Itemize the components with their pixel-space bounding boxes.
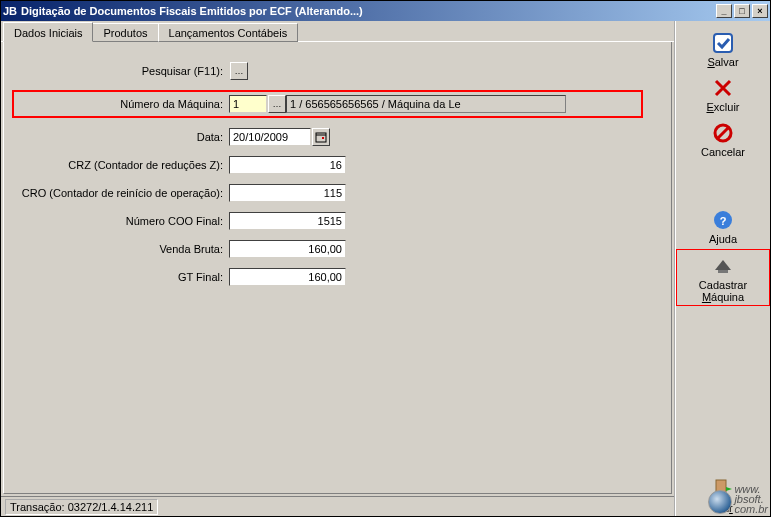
titlebar: JB Digitação de Documentos Fiscais Emiti… <box>1 1 770 21</box>
calendar-icon <box>315 131 327 143</box>
ajuda-button[interactable]: ? Ajuda <box>678 204 768 247</box>
status-transacao: Transação: 03272/1.4.14.211 <box>5 499 158 515</box>
row-coo: Número COO Final: <box>14 212 661 230</box>
cancelar-label: Cancelar <box>701 146 745 158</box>
tab-dados-iniciais[interactable]: Dados Iniciais <box>3 22 93 42</box>
row-cro: CRO (Contador de reinício de operação): <box>14 184 661 202</box>
sidebar: Salvar Excluir Cancelar ? Ajuda <box>674 21 770 516</box>
coo-input[interactable] <box>229 212 346 230</box>
tab-label: Produtos <box>103 27 147 39</box>
brand-logo: www. jbsoft. com.br <box>708 484 768 514</box>
cro-input[interactable] <box>229 184 346 202</box>
close-button[interactable]: × <box>752 4 768 18</box>
label-data: Data: <box>14 131 229 143</box>
minimize-button[interactable]: _ <box>716 4 732 18</box>
label-pesquisar: Pesquisar (F11): <box>14 65 229 77</box>
row-pesquisar: Pesquisar (F11): … <box>14 62 661 80</box>
label-crz: CRZ (Contador de reduções Z): <box>14 159 229 171</box>
content: Dados Iniciais Produtos Lançamentos Cont… <box>1 21 770 516</box>
save-icon <box>711 31 735 55</box>
row-numero-maquina: Número da Máquina: … 1 / 656565656565 / … <box>12 90 643 118</box>
status-label: Transação: <box>10 501 65 513</box>
delete-icon <box>711 76 735 100</box>
row-crz: CRZ (Contador de reduções Z): <box>14 156 661 174</box>
crz-input[interactable] <box>229 156 346 174</box>
tab-produtos[interactable]: Produtos <box>92 23 158 42</box>
salvar-button[interactable]: Salvar <box>678 27 768 70</box>
tab-label: Lançamentos Contábeis <box>169 27 288 39</box>
help-icon: ? <box>711 208 735 232</box>
statusbar: Transação: 03272/1.4.14.211 <box>1 496 674 516</box>
svg-rect-0 <box>316 133 326 142</box>
ajuda-label: Ajuda <box>709 233 737 245</box>
cadastrar-label: Cadastrar Máquina <box>677 279 769 303</box>
venda-bruta-input[interactable] <box>229 240 346 258</box>
machine-icon <box>711 254 735 278</box>
label-cro: CRO (Contador de reinício de operação): <box>14 187 229 199</box>
row-venda-bruta: Venda Bruta: <box>14 240 661 258</box>
row-gt-final: GT Final: <box>14 268 661 286</box>
gt-final-input[interactable] <box>229 268 346 286</box>
label-venda-bruta: Venda Bruta: <box>14 243 229 255</box>
svg-rect-8 <box>718 270 728 273</box>
window-title: Digitação de Documentos Fiscais Emitidos… <box>21 5 363 17</box>
tab-lancamentos[interactable]: Lançamentos Contábeis <box>158 23 299 42</box>
window: JB Digitação de Documentos Fiscais Emiti… <box>0 0 771 517</box>
salvar-label: Salvar <box>707 56 738 68</box>
row-data: Data: <box>14 128 661 146</box>
data-input[interactable] <box>229 128 311 146</box>
pesquisar-button[interactable]: … <box>230 62 248 80</box>
maximize-button[interactable]: □ <box>734 4 750 18</box>
status-value: 03272/1.4.14.211 <box>68 501 154 513</box>
label-gt-final: GT Final: <box>14 271 229 283</box>
tabs: Dados Iniciais Produtos Lançamentos Cont… <box>1 21 674 42</box>
numero-maquina-input[interactable] <box>229 95 267 113</box>
tab-label: Dados Iniciais <box>14 27 82 39</box>
excluir-label: Excluir <box>706 101 739 113</box>
label-coo: Número COO Final: <box>14 215 229 227</box>
cancelar-button[interactable]: Cancelar <box>678 117 768 160</box>
calendar-button[interactable] <box>312 128 330 146</box>
lookup-maquina-button[interactable]: … <box>268 95 286 113</box>
svg-text:?: ? <box>720 215 727 227</box>
label-numero-maquina: Número da Máquina: <box>14 98 229 110</box>
main-area: Dados Iniciais Produtos Lançamentos Cont… <box>1 21 674 516</box>
cadastrar-maquina-button[interactable]: Cadastrar Máquina <box>676 249 770 306</box>
globe-icon <box>708 490 732 514</box>
cancel-icon <box>711 121 735 145</box>
app-prefix: JB <box>3 5 17 17</box>
svg-rect-2 <box>322 137 324 139</box>
maquina-description: 1 / 656565656565 / Máquina da Le <box>286 95 566 113</box>
excluir-button[interactable]: Excluir <box>678 72 768 115</box>
svg-line-5 <box>717 127 729 139</box>
brand-url: www. jbsoft. com.br <box>734 484 768 514</box>
tab-panel-dados-iniciais: Pesquisar (F11): … Número da Máquina: … … <box>3 42 672 494</box>
svg-rect-3 <box>714 34 732 52</box>
